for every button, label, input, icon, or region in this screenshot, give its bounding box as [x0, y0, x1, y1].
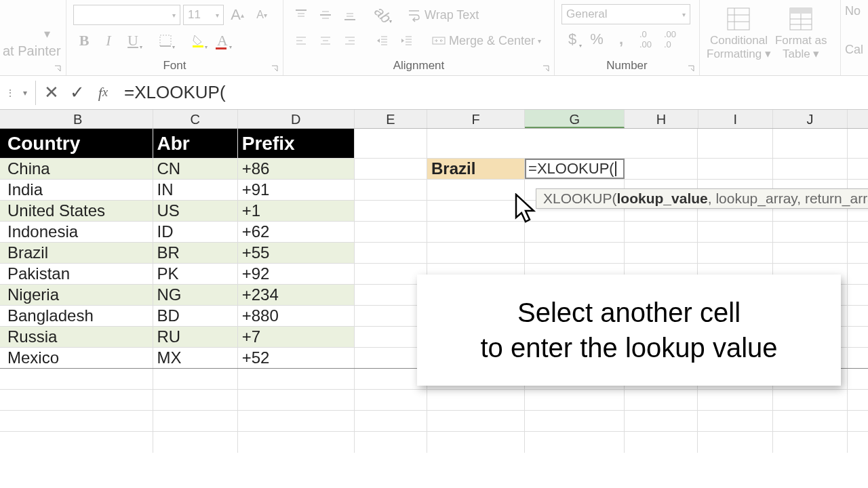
cell-prefix[interactable]: +1 — [238, 201, 355, 221]
col-header-F[interactable]: F — [427, 110, 525, 128]
cell-country[interactable]: Brazil — [3, 243, 153, 263]
cell-country[interactable]: Russia — [3, 327, 153, 347]
insert-function-button[interactable]: fx — [93, 83, 113, 103]
name-box-dropdown-icon[interactable]: ▾ — [23, 88, 30, 98]
align-left-icon[interactable] — [290, 30, 312, 52]
cell-abr[interactable]: IN — [153, 180, 238, 200]
cell-country[interactable]: Pakistan — [3, 264, 153, 284]
tooltip-active-param: lookup_value — [617, 190, 708, 206]
cell-abr[interactable]: CN — [153, 159, 238, 179]
dialog-launcher-icon[interactable] — [54, 63, 62, 71]
cell-prefix[interactable]: +234 — [238, 285, 355, 305]
merge-center-button[interactable]: Merge & Center ▾ — [431, 30, 541, 52]
cell-country[interactable]: Bangladesh — [3, 306, 153, 326]
wrap-text-button[interactable]: Wrap Text — [407, 4, 479, 26]
name-box-expand-icon[interactable]: ⋮ — [5, 87, 18, 98]
clipboard-dropdown-icon[interactable]: ▾ — [37, 24, 56, 43]
cell-abr[interactable]: US — [153, 201, 238, 221]
col-header-E[interactable]: E — [355, 110, 427, 128]
orientation-button[interactable]: ab▾ — [372, 4, 393, 26]
dialog-launcher-icon[interactable] — [542, 63, 550, 71]
table-row: Indonesia ID +62 — [0, 222, 868, 243]
col-header-K[interactable] — [848, 110, 868, 128]
conditional-formatting-button[interactable]: Conditional Formatting ▾ — [707, 3, 771, 75]
header-abr[interactable]: Abr — [153, 129, 238, 158]
cell-country[interactable]: India — [3, 180, 153, 200]
align-center-icon[interactable] — [315, 30, 336, 52]
cell-prefix[interactable]: +52 — [238, 348, 355, 368]
cell-prefix[interactable]: +880 — [238, 306, 355, 326]
font-color-button[interactable]: A▾ — [212, 30, 233, 52]
align-bottom-icon[interactable] — [339, 4, 361, 26]
empty-row — [0, 432, 868, 453]
cell-country[interactable]: Indonesia — [3, 222, 153, 242]
align-middle-icon[interactable] — [315, 4, 336, 26]
cell-prefix[interactable]: +92 — [238, 264, 355, 284]
enter-formula-button[interactable]: ✓ — [67, 83, 87, 103]
table-header-row: Country Abr Prefix What is the dial code… — [0, 129, 868, 159]
increase-indent-icon[interactable] — [396, 30, 418, 52]
cell-abr[interactable]: BD — [153, 306, 238, 326]
cell-prefix[interactable]: +86 — [238, 159, 355, 179]
fill-color-button[interactable]: ▾ — [187, 30, 209, 52]
percent-format-button[interactable]: % — [586, 28, 608, 50]
formula-bar-input[interactable]: =XLOOKUP( — [119, 81, 863, 104]
cell-prefix[interactable]: +55 — [238, 243, 355, 263]
cell-abr[interactable]: BR — [153, 243, 238, 263]
cell-abr[interactable]: NG — [153, 285, 238, 305]
font-size-combo[interactable]: 11▾ — [183, 5, 224, 25]
right-label-1: No — [845, 4, 861, 18]
cell-country[interactable]: China — [3, 159, 153, 179]
decrease-indent-icon[interactable] — [372, 30, 393, 52]
align-right-icon[interactable] — [339, 30, 361, 52]
cancel-formula-button[interactable]: ✕ — [41, 83, 62, 103]
decrease-font-icon[interactable]: A▾ — [251, 4, 273, 26]
cell-country[interactable]: Nigeria — [3, 285, 153, 305]
cell-prefix[interactable]: +7 — [238, 327, 355, 347]
increase-font-icon[interactable]: A▴ — [226, 4, 248, 26]
cell-prefix[interactable]: +91 — [238, 180, 355, 200]
comma-format-button[interactable]: , — [610, 28, 632, 50]
font-name-combo[interactable]: ▾ — [73, 5, 180, 25]
accounting-format-button[interactable]: $▾ — [561, 28, 583, 50]
dialog-launcher-icon[interactable] — [271, 63, 279, 71]
underline-button[interactable]: U▾ — [122, 30, 144, 52]
align-top-icon[interactable] — [290, 4, 312, 26]
svg-rect-29 — [433, 37, 445, 44]
number-format-combo[interactable]: General▾ — [561, 4, 690, 24]
empty-row — [0, 411, 868, 432]
cell-abr[interactable]: ID — [153, 222, 238, 242]
text-cursor — [615, 161, 616, 176]
dialog-launcher-icon[interactable] — [687, 63, 695, 71]
cell-country[interactable]: United States — [3, 201, 153, 221]
col-header-J[interactable]: J — [773, 110, 848, 128]
format-painter-label: at Painter — [3, 43, 59, 59]
chevron-down-icon: ▾ — [172, 12, 176, 19]
empty-row — [0, 390, 868, 411]
col-header-G[interactable]: G — [525, 110, 625, 128]
col-header-I[interactable]: I — [698, 110, 773, 128]
ribbon-group-number: General▾ $▾ % , .0.00 .00.0 Number — [555, 0, 700, 75]
active-formula-cell[interactable]: =XLOOKUP( — [525, 159, 625, 179]
cell-prefix[interactable]: +62 — [238, 222, 355, 242]
italic-button[interactable]: I — [98, 30, 119, 52]
active-formula-text: =XLOOKUP( — [528, 160, 614, 178]
col-header-H[interactable]: H — [625, 110, 698, 128]
col-header-D[interactable]: D — [238, 110, 355, 128]
header-prefix[interactable]: Prefix — [238, 129, 355, 158]
cell-abr[interactable]: MX — [153, 348, 238, 368]
cell-country[interactable]: Mexico — [3, 348, 153, 368]
format-as-table-button[interactable]: Format as Table ▾ — [775, 3, 827, 75]
header-country[interactable]: Country — [3, 129, 153, 158]
bold-button[interactable]: B — [73, 30, 95, 52]
cell-abr[interactable]: RU — [153, 327, 238, 347]
col-header-B[interactable]: B — [3, 110, 153, 128]
ribbon-group-clipboard: at Painter ▾ — [0, 0, 66, 75]
borders-button[interactable]: ▾ — [155, 30, 176, 52]
decrease-decimal-button[interactable]: .00.0 — [659, 28, 681, 50]
cell-abr[interactable]: PK — [153, 264, 238, 284]
lookup-value-cell[interactable]: Brazil — [427, 159, 525, 179]
increase-decimal-button[interactable]: .0.00 — [635, 28, 656, 50]
col-header-C[interactable]: C — [153, 110, 238, 128]
merge-center-label: Merge & Center — [449, 34, 535, 48]
